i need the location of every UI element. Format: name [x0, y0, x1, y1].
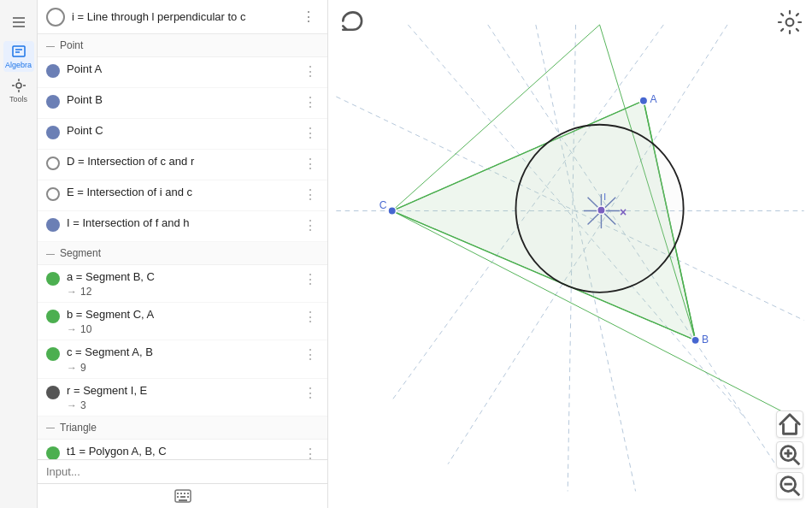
- arrow-seg-r: →: [67, 399, 77, 411]
- list-item: I = Intersection of f and h ⋮: [38, 211, 327, 242]
- svg-rect-12: [177, 493, 179, 494]
- item-name-a: Point A: [67, 62, 295, 77]
- item-name-e: E = Intersection of i and c: [67, 185, 295, 200]
- canvas-toolbar-top: [337, 9, 364, 36]
- item-content-d: D = Intersection of c and r: [67, 154, 295, 169]
- item-icon-i: [46, 218, 60, 232]
- item-icon-c: [46, 126, 60, 139]
- canvas-area[interactable]: A B C I ×: [328, 0, 812, 508]
- undo-btn[interactable]: [337, 9, 364, 36]
- item-name-b: Point B: [67, 92, 295, 108]
- zoom-controls: [776, 411, 803, 499]
- svg-point-41: [639, 97, 647, 104]
- svg-rect-3: [13, 46, 25, 56]
- more-btn-seg-b[interactable]: ⋮: [302, 309, 319, 325]
- item-value-seg-b: → 10: [67, 323, 295, 335]
- home-btn[interactable]: [776, 411, 803, 438]
- item-name-seg-a: a = Segment B, C: [67, 269, 295, 285]
- svg-text:A: A: [650, 93, 657, 105]
- item-name-i: I = Intersection of f and h: [67, 216, 295, 231]
- tools-label: Tools: [9, 95, 27, 103]
- svg-rect-19: [179, 499, 187, 501]
- section-label-triangle: Triangle: [60, 422, 97, 434]
- section-header-point: — Point: [38, 34, 327, 57]
- list-item: Point B ⋮: [38, 88, 327, 119]
- settings-btn[interactable]: [776, 9, 803, 36]
- more-btn-seg-r[interactable]: ⋮: [302, 385, 319, 401]
- more-btn-seg-c[interactable]: ⋮: [302, 346, 319, 363]
- header-item-label: i = Line through l perpendicular to c: [72, 10, 291, 23]
- svg-text:B: B: [702, 334, 709, 346]
- item-icon-t1: [46, 446, 60, 459]
- algebra-label: Algebra: [5, 61, 32, 69]
- keyboard-btn[interactable]: [38, 483, 327, 508]
- geometry-canvas: A B C I ×: [328, 0, 812, 508]
- list-item: r = Segment I, E → 3 ⋮: [38, 379, 327, 416]
- zoom-out-btn[interactable]: [776, 472, 803, 499]
- item-content-t1: t1 = Polygon A, B, C → 46: [67, 444, 295, 459]
- item-content-b: Point B: [67, 92, 295, 108]
- more-btn-i[interactable]: ⋮: [302, 217, 319, 233]
- svg-rect-14: [184, 493, 185, 494]
- item-icon-a: [46, 64, 60, 78]
- item-name-seg-b: b = Segment C, A: [67, 307, 295, 322]
- svg-text:C: C: [380, 199, 387, 211]
- svg-text:×: ×: [620, 205, 627, 219]
- more-btn-seg-a[interactable]: ⋮: [302, 271, 319, 287]
- more-btn-t1[interactable]: ⋮: [302, 446, 319, 459]
- svg-text:I: I: [603, 192, 606, 202]
- section-header-segment: — Segment: [38, 242, 327, 265]
- item-value-seg-r: → 3: [67, 399, 295, 411]
- collapse-icon-point[interactable]: —: [46, 41, 55, 50]
- canvas-toolbar-settings: [776, 9, 803, 36]
- svg-point-6: [16, 83, 21, 88]
- svg-point-45: [388, 207, 396, 215]
- section-label-segment: Segment: [60, 247, 101, 259]
- svg-rect-16: [177, 496, 179, 498]
- item-icon-d: [46, 157, 60, 170]
- collapse-icon-triangle[interactable]: —: [46, 422, 55, 432]
- collapse-icon-segment[interactable]: —: [46, 249, 55, 258]
- panel-list: — Point Point A ⋮ Point B ⋮ Point C ⋮: [38, 34, 327, 459]
- list-item: c = Segment A, B → 9 ⋮: [38, 340, 327, 378]
- list-item: E = Intersection of i and c ⋮: [38, 180, 327, 211]
- more-btn-b[interactable]: ⋮: [302, 94, 319, 110]
- item-name-seg-r: r = Segment I, E: [67, 383, 295, 399]
- svg-line-55: [794, 490, 800, 496]
- item-icon-seg-c: [46, 347, 60, 361]
- item-name-t1: t1 = Polygon A, B, C: [67, 444, 295, 459]
- header-icon-circle: [46, 8, 65, 27]
- section-header-triangle: — Triangle: [38, 416, 327, 440]
- list-item: D = Intersection of c and r ⋮: [38, 150, 327, 180]
- item-icon-e: [46, 187, 60, 201]
- svg-rect-15: [187, 493, 189, 494]
- arrow-seg-b: →: [67, 323, 77, 335]
- tools-icon-btn[interactable]: Tools: [3, 75, 34, 106]
- item-value-seg-c: → 9: [67, 362, 295, 374]
- menu-icon-btn[interactable]: [3, 7, 34, 38]
- item-name-c: Point C: [67, 123, 295, 139]
- svg-point-43: [691, 336, 699, 344]
- more-btn-e[interactable]: ⋮: [302, 186, 319, 203]
- more-btn-c[interactable]: ⋮: [302, 125, 319, 141]
- list-item: a = Segment B, C → 12 ⋮: [38, 265, 327, 303]
- item-content-seg-a: a = Segment B, C → 12: [67, 269, 295, 298]
- svg-point-47: [597, 206, 605, 214]
- section-label-point: Point: [60, 39, 83, 51]
- list-item: Point C ⋮: [38, 119, 327, 150]
- item-content-e: E = Intersection of i and c: [67, 185, 295, 200]
- zoom-in-btn[interactable]: [776, 441, 803, 469]
- more-btn-a[interactable]: ⋮: [302, 63, 319, 80]
- input-field[interactable]: [46, 465, 319, 478]
- more-btn-d[interactable]: ⋮: [302, 156, 319, 172]
- svg-point-20: [786, 19, 794, 27]
- algebra-icon-btn[interactable]: Algebra: [3, 41, 34, 72]
- svg-line-51: [794, 459, 800, 465]
- svg-rect-17: [180, 496, 185, 498]
- item-icon-seg-b: [46, 310, 60, 323]
- sidebar-icons: Algebra Tools: [0, 0, 38, 508]
- item-content-c: Point C: [67, 123, 295, 139]
- panel: i = Line through l perpendicular to c ⋮ …: [38, 0, 328, 508]
- item-content-seg-c: c = Segment A, B → 9: [67, 345, 295, 373]
- header-more-btn[interactable]: ⋮: [298, 7, 319, 27]
